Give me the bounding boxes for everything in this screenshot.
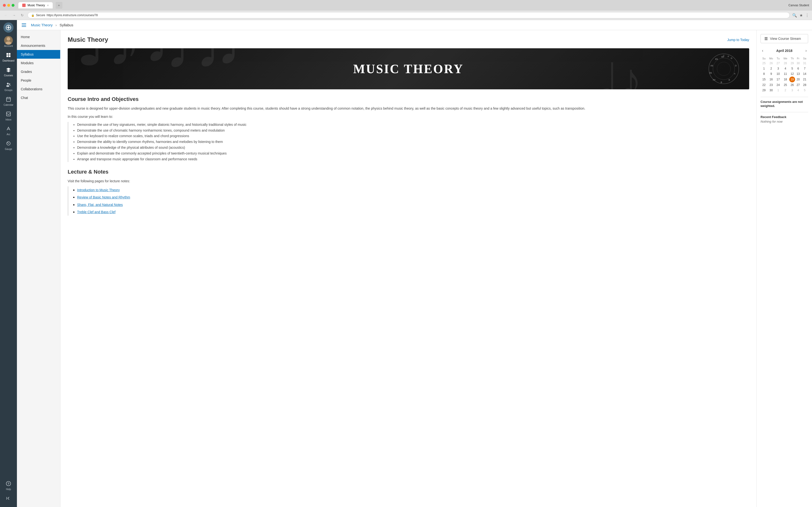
- maximize-window-button[interactable]: [12, 4, 14, 7]
- svg-rect-9: [9, 55, 10, 57]
- calendar-next-button[interactable]: ›: [804, 48, 808, 53]
- svg-point-5: [6, 42, 11, 45]
- calendar-day[interactable]: 29: [789, 61, 795, 66]
- calendar-day[interactable]: 31: [801, 61, 808, 66]
- new-tab-button[interactable]: +: [56, 2, 62, 9]
- list-item: Demonstrate the use of key signatures, m…: [77, 122, 749, 128]
- main-content: Music Theory Jump to Today ♩♪♫♬ ♩♪ MUSIC…: [60, 30, 756, 507]
- menu-icon[interactable]: ⋮: [805, 13, 809, 18]
- app-container: Account Dashboard Courses Groups Calenda: [0, 20, 812, 507]
- sidebar-item-account[interactable]: Account: [0, 34, 17, 49]
- minimize-window-button[interactable]: [7, 4, 10, 7]
- calendar-day[interactable]: 8: [761, 71, 767, 76]
- calendar-day[interactable]: 16: [767, 76, 775, 82]
- sidebar-item-help[interactable]: ? Help: [0, 478, 17, 493]
- recent-feedback-section: Recent Feedback Nothing for now: [761, 112, 808, 123]
- bookmark-icon[interactable]: ★: [800, 13, 803, 18]
- calendar-day[interactable]: 26: [767, 61, 775, 66]
- sidebar-item-arc[interactable]: Arc: [0, 123, 17, 137]
- calendar-day[interactable]: 3: [789, 88, 795, 93]
- svg-rect-40: [765, 37, 767, 38]
- course-nav-chat[interactable]: Chat: [17, 94, 60, 102]
- calendar-day[interactable]: 13: [795, 71, 801, 76]
- calendar-day[interactable]: 1: [775, 88, 781, 93]
- calendar-day[interactable]: 9: [767, 71, 775, 76]
- calendar-day[interactable]: 2: [767, 66, 775, 71]
- calendar-day[interactable]: 5: [789, 66, 795, 71]
- calendar-day[interactable]: 17: [775, 76, 781, 82]
- lecture-link-intro[interactable]: Introduction to Music Theory: [77, 188, 120, 192]
- svg-point-19: [8, 143, 9, 144]
- calendar-day[interactable]: 7: [801, 66, 808, 71]
- calendar-day[interactable]: 5: [801, 88, 808, 93]
- lecture-link-treble-bass[interactable]: Treble Clef and Bass Clef: [77, 210, 115, 214]
- back-button[interactable]: ←: [3, 12, 9, 18]
- sidebar-item-inbox[interactable]: Inbox: [0, 108, 17, 123]
- calendar-day[interactable]: 30: [795, 61, 801, 66]
- calendar-day[interactable]: 27: [775, 61, 781, 66]
- courses-icon: [5, 66, 12, 74]
- calendar-day[interactable]: 4: [781, 66, 790, 71]
- search-icon[interactable]: 🔍: [792, 13, 797, 18]
- calendar-prev-button[interactable]: ‹: [761, 48, 765, 53]
- sidebar-item-dashboard[interactable]: Dashboard: [0, 49, 17, 64]
- sidebar-item-groups[interactable]: Groups: [0, 79, 17, 94]
- calendar-day[interactable]: 21: [801, 76, 808, 82]
- lecture-link-sharp-flat[interactable]: Sharp, Flat, and Natural Notes: [77, 203, 123, 207]
- calendar-day[interactable]: 15: [761, 76, 767, 82]
- calendar-day[interactable]: 25: [761, 61, 767, 66]
- calendar-day[interactable]: 22: [761, 82, 767, 88]
- reload-button[interactable]: ↻: [19, 12, 25, 18]
- calendar-day[interactable]: 27: [795, 82, 801, 88]
- calendar-day[interactable]: 28: [801, 82, 808, 88]
- svg-rect-8: [6, 55, 8, 57]
- browser-tab[interactable]: Music Theory ✕: [18, 2, 53, 8]
- calendar-day[interactable]: 3: [775, 66, 781, 71]
- calendar-day[interactable]: 26: [789, 82, 795, 88]
- calendar-day[interactable]: 29: [761, 88, 767, 93]
- calendar-day[interactable]: 4: [795, 88, 801, 93]
- sidebar-item-gauge[interactable]: Gauge: [0, 137, 17, 152]
- lecture-notes-intro: Visit the following pages for lecture no…: [68, 178, 749, 184]
- calendar-day[interactable]: 12: [789, 71, 795, 76]
- sidebar-item-courses[interactable]: Courses: [0, 64, 17, 79]
- breadcrumb-course-link[interactable]: Music Theory: [31, 23, 53, 27]
- course-nav-syllabus[interactable]: Syllabus: [17, 50, 60, 59]
- course-nav-collaborations[interactable]: Collaborations: [17, 85, 60, 94]
- calendar-day[interactable]: 19: [789, 76, 795, 82]
- lecture-link-basic-notes[interactable]: Review of Basic Notes and Rhythm: [77, 195, 130, 199]
- calendar-day[interactable]: 2: [781, 88, 790, 93]
- svg-rect-42: [765, 39, 767, 40]
- hamburger-menu[interactable]: [22, 23, 26, 27]
- calendar-day[interactable]: 23: [767, 82, 775, 88]
- course-nav-modules[interactable]: Modules: [17, 59, 60, 67]
- calendar-day[interactable]: 24: [775, 82, 781, 88]
- forward-button[interactable]: →: [11, 12, 17, 18]
- course-nav-announcements[interactable]: Announcements: [17, 41, 60, 50]
- calendar-day[interactable]: 18: [781, 76, 790, 82]
- calendar-day[interactable]: 10: [775, 71, 781, 76]
- calendar-day[interactable]: 28: [781, 61, 790, 66]
- svg-point-10: [7, 83, 9, 84]
- sidebar-item-calendar[interactable]: Calendar: [0, 94, 17, 108]
- calendar-day[interactable]: 30: [767, 88, 775, 93]
- course-nav-home[interactable]: Home: [17, 33, 60, 41]
- view-course-stream-button[interactable]: View Course Stream: [761, 34, 808, 43]
- calendar-day[interactable]: 20: [795, 76, 801, 82]
- calendar-day[interactable]: 11: [781, 71, 790, 76]
- close-window-button[interactable]: [3, 4, 6, 7]
- calendar-day[interactable]: 1: [761, 66, 767, 71]
- app-logo[interactable]: [3, 22, 13, 33]
- jump-to-today-link[interactable]: Jump to Today: [727, 38, 749, 42]
- course-intro-description: This course is designed for upper-divisi…: [68, 106, 749, 111]
- course-nav-people[interactable]: People: [17, 76, 60, 85]
- collapse-nav-button[interactable]: [0, 493, 17, 505]
- calendar-day[interactable]: 25: [781, 82, 790, 88]
- calendar-day[interactable]: 14: [801, 71, 808, 76]
- address-bar[interactable]: 🔒 Secure https://lyons.instructure.com/c…: [28, 12, 790, 18]
- help-icon: ?: [5, 480, 12, 488]
- course-nav-grades[interactable]: Grades: [17, 67, 60, 76]
- tab-close-button[interactable]: ✕: [47, 4, 49, 7]
- svg-rect-13: [6, 98, 11, 102]
- calendar-day[interactable]: 6: [795, 66, 801, 71]
